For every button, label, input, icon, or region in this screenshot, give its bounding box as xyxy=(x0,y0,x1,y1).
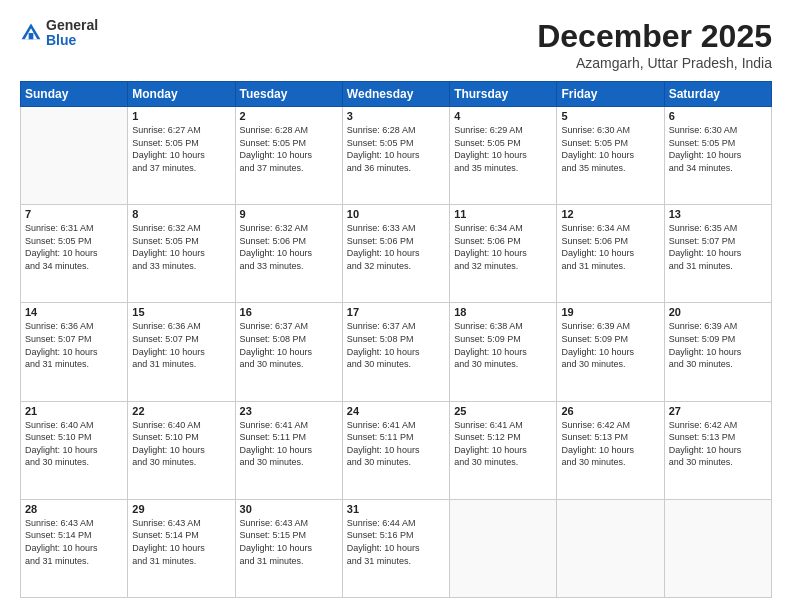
day-number: 26 xyxy=(561,405,659,417)
day-number: 21 xyxy=(25,405,123,417)
calendar-cell: 6Sunrise: 6:30 AM Sunset: 5:05 PM Daylig… xyxy=(664,107,771,205)
location-subtitle: Azamgarh, Uttar Pradesh, India xyxy=(537,55,772,71)
weekday-header-friday: Friday xyxy=(557,82,664,107)
day-info: Sunrise: 6:34 AM Sunset: 5:06 PM Dayligh… xyxy=(561,222,659,272)
day-info: Sunrise: 6:42 AM Sunset: 5:13 PM Dayligh… xyxy=(561,419,659,469)
day-info: Sunrise: 6:39 AM Sunset: 5:09 PM Dayligh… xyxy=(669,320,767,370)
week-row-1: 1Sunrise: 6:27 AM Sunset: 5:05 PM Daylig… xyxy=(21,107,772,205)
day-info: Sunrise: 6:44 AM Sunset: 5:16 PM Dayligh… xyxy=(347,517,445,567)
day-number: 7 xyxy=(25,208,123,220)
month-title: December 2025 xyxy=(537,18,772,55)
calendar-cell: 24Sunrise: 6:41 AM Sunset: 5:11 PM Dayli… xyxy=(342,401,449,499)
day-number: 29 xyxy=(132,503,230,515)
calendar-cell: 5Sunrise: 6:30 AM Sunset: 5:05 PM Daylig… xyxy=(557,107,664,205)
day-info: Sunrise: 6:34 AM Sunset: 5:06 PM Dayligh… xyxy=(454,222,552,272)
calendar-cell: 18Sunrise: 6:38 AM Sunset: 5:09 PM Dayli… xyxy=(450,303,557,401)
calendar-cell: 15Sunrise: 6:36 AM Sunset: 5:07 PM Dayli… xyxy=(128,303,235,401)
day-info: Sunrise: 6:37 AM Sunset: 5:08 PM Dayligh… xyxy=(240,320,338,370)
weekday-header-monday: Monday xyxy=(128,82,235,107)
title-block: December 2025 Azamgarh, Uttar Pradesh, I… xyxy=(537,18,772,71)
day-info: Sunrise: 6:36 AM Sunset: 5:07 PM Dayligh… xyxy=(132,320,230,370)
calendar-cell: 21Sunrise: 6:40 AM Sunset: 5:10 PM Dayli… xyxy=(21,401,128,499)
day-info: Sunrise: 6:41 AM Sunset: 5:11 PM Dayligh… xyxy=(347,419,445,469)
calendar-cell: 1Sunrise: 6:27 AM Sunset: 5:05 PM Daylig… xyxy=(128,107,235,205)
day-number: 30 xyxy=(240,503,338,515)
day-info: Sunrise: 6:27 AM Sunset: 5:05 PM Dayligh… xyxy=(132,124,230,174)
week-row-4: 21Sunrise: 6:40 AM Sunset: 5:10 PM Dayli… xyxy=(21,401,772,499)
logo: General Blue xyxy=(20,18,98,49)
logo-general: General xyxy=(46,18,98,33)
calendar-cell: 8Sunrise: 6:32 AM Sunset: 5:05 PM Daylig… xyxy=(128,205,235,303)
weekday-header-saturday: Saturday xyxy=(664,82,771,107)
day-number: 6 xyxy=(669,110,767,122)
calendar-cell: 3Sunrise: 6:28 AM Sunset: 5:05 PM Daylig… xyxy=(342,107,449,205)
day-number: 8 xyxy=(132,208,230,220)
day-info: Sunrise: 6:43 AM Sunset: 5:14 PM Dayligh… xyxy=(25,517,123,567)
logo-icon xyxy=(20,22,42,44)
calendar-cell: 28Sunrise: 6:43 AM Sunset: 5:14 PM Dayli… xyxy=(21,499,128,597)
calendar-cell: 4Sunrise: 6:29 AM Sunset: 5:05 PM Daylig… xyxy=(450,107,557,205)
calendar-cell: 7Sunrise: 6:31 AM Sunset: 5:05 PM Daylig… xyxy=(21,205,128,303)
page: General Blue December 2025 Azamgarh, Utt… xyxy=(0,0,792,612)
day-info: Sunrise: 6:37 AM Sunset: 5:08 PM Dayligh… xyxy=(347,320,445,370)
day-number: 1 xyxy=(132,110,230,122)
calendar-cell: 23Sunrise: 6:41 AM Sunset: 5:11 PM Dayli… xyxy=(235,401,342,499)
calendar-cell: 30Sunrise: 6:43 AM Sunset: 5:15 PM Dayli… xyxy=(235,499,342,597)
day-info: Sunrise: 6:36 AM Sunset: 5:07 PM Dayligh… xyxy=(25,320,123,370)
weekday-header-wednesday: Wednesday xyxy=(342,82,449,107)
day-number: 13 xyxy=(669,208,767,220)
logo-blue: Blue xyxy=(46,33,98,48)
calendar-cell: 25Sunrise: 6:41 AM Sunset: 5:12 PM Dayli… xyxy=(450,401,557,499)
day-number: 15 xyxy=(132,306,230,318)
weekday-header-row: SundayMondayTuesdayWednesdayThursdayFrid… xyxy=(21,82,772,107)
day-info: Sunrise: 6:32 AM Sunset: 5:05 PM Dayligh… xyxy=(132,222,230,272)
calendar-cell: 11Sunrise: 6:34 AM Sunset: 5:06 PM Dayli… xyxy=(450,205,557,303)
day-info: Sunrise: 6:35 AM Sunset: 5:07 PM Dayligh… xyxy=(669,222,767,272)
weekday-header-thursday: Thursday xyxy=(450,82,557,107)
week-row-3: 14Sunrise: 6:36 AM Sunset: 5:07 PM Dayli… xyxy=(21,303,772,401)
day-number: 18 xyxy=(454,306,552,318)
day-info: Sunrise: 6:31 AM Sunset: 5:05 PM Dayligh… xyxy=(25,222,123,272)
day-info: Sunrise: 6:38 AM Sunset: 5:09 PM Dayligh… xyxy=(454,320,552,370)
day-number: 23 xyxy=(240,405,338,417)
weekday-header-tuesday: Tuesday xyxy=(235,82,342,107)
day-number: 14 xyxy=(25,306,123,318)
calendar-cell: 9Sunrise: 6:32 AM Sunset: 5:06 PM Daylig… xyxy=(235,205,342,303)
calendar-cell: 13Sunrise: 6:35 AM Sunset: 5:07 PM Dayli… xyxy=(664,205,771,303)
day-number: 3 xyxy=(347,110,445,122)
calendar-cell: 12Sunrise: 6:34 AM Sunset: 5:06 PM Dayli… xyxy=(557,205,664,303)
day-number: 20 xyxy=(669,306,767,318)
day-info: Sunrise: 6:40 AM Sunset: 5:10 PM Dayligh… xyxy=(25,419,123,469)
calendar-cell: 16Sunrise: 6:37 AM Sunset: 5:08 PM Dayli… xyxy=(235,303,342,401)
calendar-cell: 17Sunrise: 6:37 AM Sunset: 5:08 PM Dayli… xyxy=(342,303,449,401)
day-info: Sunrise: 6:43 AM Sunset: 5:14 PM Dayligh… xyxy=(132,517,230,567)
day-info: Sunrise: 6:41 AM Sunset: 5:12 PM Dayligh… xyxy=(454,419,552,469)
calendar-table: SundayMondayTuesdayWednesdayThursdayFrid… xyxy=(20,81,772,598)
day-number: 31 xyxy=(347,503,445,515)
logo-text: General Blue xyxy=(46,18,98,49)
day-number: 22 xyxy=(132,405,230,417)
header: General Blue December 2025 Azamgarh, Utt… xyxy=(20,18,772,71)
day-number: 2 xyxy=(240,110,338,122)
day-number: 19 xyxy=(561,306,659,318)
calendar-cell xyxy=(21,107,128,205)
day-info: Sunrise: 6:40 AM Sunset: 5:10 PM Dayligh… xyxy=(132,419,230,469)
calendar-cell: 22Sunrise: 6:40 AM Sunset: 5:10 PM Dayli… xyxy=(128,401,235,499)
weekday-header-sunday: Sunday xyxy=(21,82,128,107)
day-info: Sunrise: 6:30 AM Sunset: 5:05 PM Dayligh… xyxy=(669,124,767,174)
calendar-cell: 31Sunrise: 6:44 AM Sunset: 5:16 PM Dayli… xyxy=(342,499,449,597)
calendar-cell: 14Sunrise: 6:36 AM Sunset: 5:07 PM Dayli… xyxy=(21,303,128,401)
day-info: Sunrise: 6:33 AM Sunset: 5:06 PM Dayligh… xyxy=(347,222,445,272)
calendar-cell: 20Sunrise: 6:39 AM Sunset: 5:09 PM Dayli… xyxy=(664,303,771,401)
calendar-cell: 29Sunrise: 6:43 AM Sunset: 5:14 PM Dayli… xyxy=(128,499,235,597)
day-info: Sunrise: 6:43 AM Sunset: 5:15 PM Dayligh… xyxy=(240,517,338,567)
day-info: Sunrise: 6:28 AM Sunset: 5:05 PM Dayligh… xyxy=(240,124,338,174)
day-number: 5 xyxy=(561,110,659,122)
day-number: 11 xyxy=(454,208,552,220)
svg-rect-2 xyxy=(29,33,34,39)
calendar-cell xyxy=(557,499,664,597)
calendar-cell: 2Sunrise: 6:28 AM Sunset: 5:05 PM Daylig… xyxy=(235,107,342,205)
calendar-cell xyxy=(664,499,771,597)
calendar-cell: 26Sunrise: 6:42 AM Sunset: 5:13 PM Dayli… xyxy=(557,401,664,499)
calendar-cell xyxy=(450,499,557,597)
